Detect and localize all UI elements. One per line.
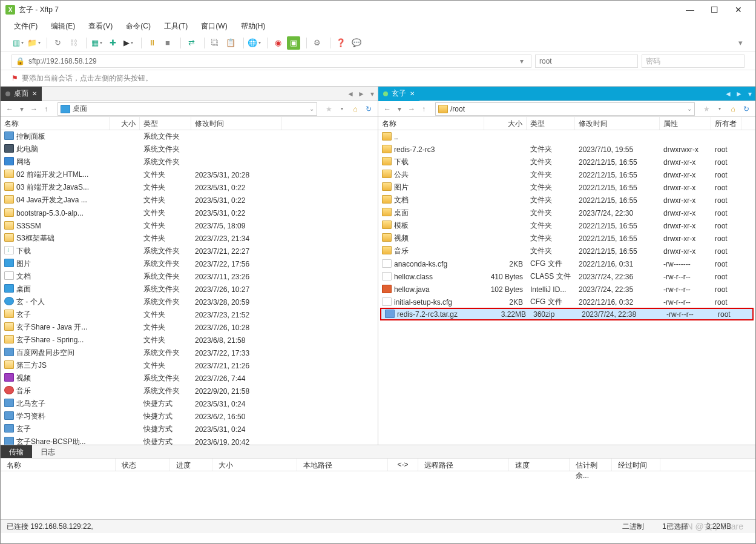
local-filelist[interactable]: 控制面板系统文件夹此电脑系统文件夹网络系统文件夹02 前端开发之HTML...文…: [1, 130, 378, 445]
list-item[interactable]: 网络系统文件夹: [1, 156, 378, 168]
minimize-button[interactable]: —: [678, 1, 702, 18]
remote-path-input[interactable]: /root ⌄: [435, 102, 695, 116]
refresh-icon[interactable]: ↻: [363, 104, 374, 114]
star-dd-icon[interactable]: ▾: [714, 104, 725, 114]
col-date[interactable]: 修改时间: [575, 117, 660, 130]
local-tab[interactable]: 桌面 ✕: [1, 87, 42, 101]
sync-icon[interactable]: ⇄: [185, 36, 198, 50]
list-item[interactable]: 百度网盘同步空间系统文件夹2023/7/22, 17:33: [1, 347, 378, 359]
menu-window[interactable]: 窗口(W): [199, 20, 229, 33]
list-item[interactable]: 控制面板系统文件夹: [1, 130, 378, 143]
history-icon[interactable]: ▾: [16, 104, 27, 114]
list-item[interactable]: S3框架基础文件夹2023/7/23, 21:34: [1, 232, 378, 245]
xcol-eta[interactable]: 估计剩余...: [570, 459, 612, 471]
list-item[interactable]: 第三方JS文件夹2023/7/21, 21:26: [1, 359, 378, 372]
list-item[interactable]: 玄子文件夹2023/7/23, 21:52: [1, 308, 378, 321]
list-item[interactable]: 02 前端开发之HTML...文件夹2023/5/31, 20:28: [1, 168, 378, 181]
new-session-icon[interactable]: ▥: [12, 36, 25, 50]
address-url[interactable]: 🔒 sftp://192.168.58.129 ▾: [12, 55, 531, 68]
open-icon[interactable]: 📁: [27, 36, 41, 50]
back-icon[interactable]: ←: [382, 104, 393, 114]
password-input[interactable]: 密码: [642, 55, 744, 68]
disconnect-icon[interactable]: ⛓: [67, 36, 80, 50]
play-icon[interactable]: ▶: [122, 36, 135, 50]
copy-icon[interactable]: ⿻: [208, 36, 222, 50]
list-item[interactable]: 图片文件夹2022/12/15, 16:55drwxr-xr-xroot: [378, 181, 755, 194]
xcol-local-path[interactable]: 本地路径: [297, 459, 388, 471]
list-item[interactable]: ..: [378, 130, 755, 143]
list-item[interactable]: 音乐系统文件夹2022/9/20, 21:58: [1, 385, 378, 397]
xcol-name[interactable]: 名称: [1, 459, 116, 471]
tab-next-icon[interactable]: ►: [734, 90, 744, 98]
list-item[interactable]: 玄 - 个人系统文件夹2023/3/28, 20:59: [1, 296, 378, 308]
url-dropdown-icon[interactable]: ▾: [516, 55, 527, 67]
col-size[interactable]: 大小: [110, 117, 140, 130]
star-icon[interactable]: ★: [701, 104, 712, 114]
close-tab-icon[interactable]: ✕: [410, 90, 415, 97]
menu-command[interactable]: 命令(C): [123, 20, 153, 33]
xcol-remote-path[interactable]: 远程路径: [418, 459, 509, 471]
pause-icon[interactable]: ⏸: [145, 36, 159, 50]
globe-icon[interactable]: 🌐: [248, 36, 261, 50]
list-item[interactable]: 学习资料快捷方式2023/6/2, 16:50: [1, 410, 378, 423]
list-item[interactable]: anaconda-ks.cfg2KBCFG 文件2022/12/16, 0:31…: [378, 257, 755, 270]
list-item[interactable]: 玄子Share - Spring...文件夹2023/6/8, 21:58: [1, 334, 378, 347]
tab-next-icon[interactable]: ►: [356, 90, 367, 98]
tab-menu-icon[interactable]: ▾: [367, 90, 378, 98]
list-item[interactable]: 下载文件夹2022/12/15, 16:55drwxr-xr-xroot: [378, 156, 755, 168]
stop-icon[interactable]: ■: [161, 36, 174, 50]
list-item[interactable]: 此电脑系统文件夹: [1, 143, 378, 156]
col-size[interactable]: 大小: [484, 117, 527, 130]
list-item[interactable]: 图片系统文件夹2023/7/22, 17:56: [1, 257, 378, 270]
list-item[interactable]: bootstrap-5.3.0-alp...文件夹2023/5/31, 0:22: [1, 207, 378, 219]
forward-icon[interactable]: →: [28, 104, 39, 114]
col-date[interactable]: 修改时间: [191, 117, 282, 130]
history-icon[interactable]: ▾: [394, 104, 405, 114]
remote-filelist[interactable]: ..redis-7.2-rc3文件夹2023/7/10, 19:55drwxrw…: [378, 130, 755, 445]
star-icon[interactable]: ★: [323, 104, 334, 114]
xcol-size[interactable]: 大小: [212, 459, 297, 471]
xcol-elapsed[interactable]: 经过时间: [612, 459, 660, 471]
refresh-icon[interactable]: ↻: [741, 104, 752, 114]
up-icon[interactable]: ↑: [41, 104, 51, 114]
path-dropdown-icon[interactable]: ⌄: [309, 105, 314, 112]
menu-help[interactable]: 帮助(H): [238, 20, 268, 33]
col-type[interactable]: 类型: [527, 117, 575, 130]
list-item[interactable]: 04 Java开发之Java ...文件夹2023/5/31, 0:22: [1, 194, 378, 207]
list-item[interactable]: 模板文件夹2022/12/15, 16:55drwxr-xr-xroot: [378, 219, 755, 232]
tab-prev-icon[interactable]: ◄: [723, 90, 734, 98]
list-item[interactable]: 桌面系统文件夹2023/7/26, 10:27: [1, 283, 378, 296]
close-button[interactable]: ✕: [726, 1, 751, 18]
list-item[interactable]: initial-setup-ks.cfg2KBCFG 文件2022/12/16,…: [378, 296, 755, 308]
list-item[interactable]: 北鸟玄子快捷方式2023/5/31, 0:24: [1, 397, 378, 410]
list-item[interactable]: hellow.class410 BytesCLASS 文件2023/7/24, …: [378, 270, 755, 283]
username-input[interactable]: root: [535, 55, 638, 68]
tab-log[interactable]: 日志: [32, 445, 64, 458]
paste-icon[interactable]: 📋: [224, 36, 237, 50]
list-item[interactable]: 03 前端开发之JavaS...文件夹2023/5/31, 0:22: [1, 181, 378, 194]
list-item[interactable]: 视频系统文件夹2023/7/26, 7:44: [1, 372, 378, 385]
col-type[interactable]: 类型: [140, 117, 191, 130]
list-item[interactable]: 下载系统文件夹2023/7/21, 22:27: [1, 245, 378, 257]
list-item[interactable]: redis-7.2-rc3.tar.gz3.22MB360zip2023/7/2…: [380, 308, 754, 320]
path-dropdown-icon[interactable]: ⌄: [687, 105, 692, 112]
col-attr[interactable]: 属性: [660, 117, 711, 130]
home-icon[interactable]: ⌂: [728, 104, 738, 114]
tab-transfer[interactable]: 传输: [1, 445, 32, 458]
col-name[interactable]: 名称: [378, 117, 484, 130]
new-file-icon[interactable]: ▦: [90, 36, 104, 50]
menu-tools[interactable]: 工具(T): [162, 20, 190, 33]
col-name[interactable]: 名称: [1, 117, 110, 130]
list-item[interactable]: hellow.java102 BytesIntelliJ ID...2023/7…: [378, 283, 755, 296]
close-tab-icon[interactable]: ✕: [32, 90, 37, 97]
chat-icon[interactable]: 💬: [350, 36, 363, 50]
xcol-progress[interactable]: 进度: [170, 459, 212, 471]
maximize-button[interactable]: ☐: [702, 1, 726, 18]
xcol-arrow[interactable]: <->: [388, 459, 418, 471]
tab-menu-icon[interactable]: ▾: [744, 90, 755, 98]
col-owner[interactable]: 所有者: [711, 117, 741, 130]
list-item[interactable]: 桌面文件夹2023/7/24, 22:30drwxr-xr-xroot: [378, 207, 755, 219]
up-icon[interactable]: ↑: [418, 104, 429, 114]
green-tile-icon[interactable]: ▣: [287, 36, 300, 50]
local-path-input[interactable]: 桌面 ⌄: [58, 102, 317, 116]
